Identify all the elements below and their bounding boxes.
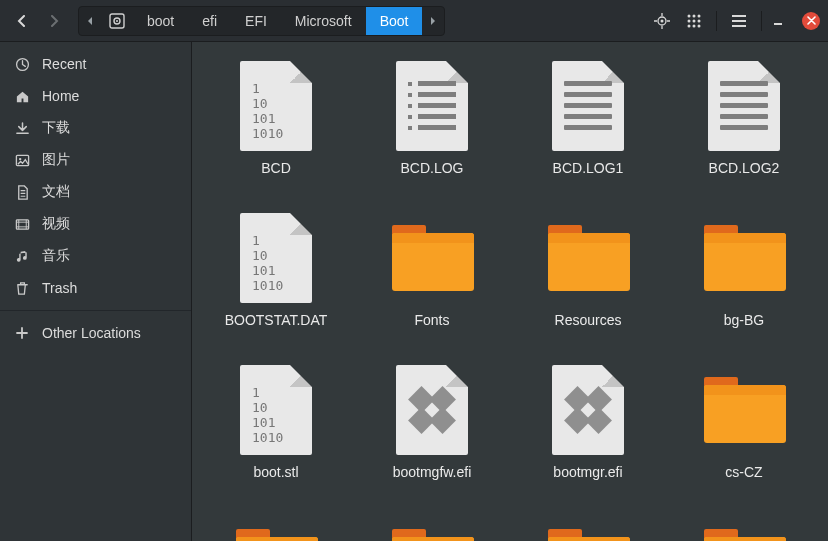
sidebar-item-label: Recent	[42, 56, 86, 72]
folder-icon	[392, 225, 472, 291]
file-thumbnail	[704, 364, 784, 456]
folder-icon	[548, 529, 628, 541]
sidebar-item-1[interactable]: Home	[0, 80, 191, 112]
breadcrumb-seg-0[interactable]: boot	[133, 7, 188, 35]
file-item[interactable]	[668, 512, 820, 541]
file-item[interactable]: BCD.LOG2	[668, 56, 820, 180]
trash-icon	[14, 281, 30, 296]
file-item[interactable]	[200, 512, 352, 541]
separator	[716, 11, 717, 31]
file-item[interactable]	[356, 512, 508, 541]
breadcrumb-disk[interactable]	[101, 7, 133, 35]
sidebar-other-locations[interactable]: Other Locations	[0, 317, 191, 349]
music-icon	[14, 249, 30, 264]
file-thumbnail: 1 10 101 1010	[236, 364, 316, 456]
view-grid-button[interactable]	[680, 7, 708, 35]
file-thumbnail	[548, 60, 628, 152]
sidebar-item-label: 图片	[42, 151, 70, 169]
folder-icon	[704, 225, 784, 291]
sidebar-item-6[interactable]: 音乐	[0, 240, 191, 272]
file-item[interactable]: Fonts	[356, 208, 508, 332]
hamburger-menu-button[interactable]	[725, 7, 753, 35]
sidebar-item-label: Other Locations	[42, 325, 141, 341]
file-thumbnail	[548, 516, 628, 541]
image-icon	[14, 153, 30, 168]
file-item[interactable]: 1 10 101 1010BOOTSTAT.DAT	[200, 208, 352, 332]
breadcrumb-scroll-left[interactable]	[79, 16, 101, 26]
svg-point-13	[698, 24, 701, 27]
file-item[interactable]: BCD.LOG	[356, 56, 508, 180]
minimize-icon	[773, 16, 783, 26]
breadcrumb-seg-3[interactable]: Microsoft	[281, 7, 366, 35]
nav-forward-button[interactable]	[40, 7, 68, 35]
file-thumbnail	[548, 364, 628, 456]
sidebar-item-0[interactable]: Recent	[0, 48, 191, 80]
file-item[interactable]: bootmgr.efi	[512, 360, 664, 484]
window-minimize-button[interactable]	[770, 16, 786, 26]
close-icon	[807, 16, 816, 25]
svg-point-6	[693, 14, 696, 17]
binary-file-icon: 1 10 101 1010	[240, 213, 312, 303]
folder-icon	[548, 225, 628, 291]
svg-point-10	[698, 19, 701, 22]
file-thumbnail	[704, 60, 784, 152]
text-file-icon	[552, 61, 624, 151]
binary-file-icon: 1 10 101 1010	[240, 61, 312, 151]
file-item[interactable]: cs-CZ	[668, 360, 820, 484]
chevron-left-icon	[16, 15, 28, 27]
window-close-button[interactable]	[802, 12, 820, 30]
grid-icon	[687, 14, 701, 28]
log-file-icon	[396, 61, 468, 151]
sidebar-item-2[interactable]: 下载	[0, 112, 191, 144]
locate-button[interactable]	[648, 7, 676, 35]
sidebar-item-5[interactable]: 视频	[0, 208, 191, 240]
folder-icon	[392, 529, 472, 541]
main-area: RecentHome下载图片文档视频音乐Trash Other Location…	[0, 42, 828, 541]
file-item[interactable]: 1 10 101 1010BCD	[200, 56, 352, 180]
sidebar-item-7[interactable]: Trash	[0, 272, 191, 304]
file-item[interactable]: 1 10 101 1010boot.stl	[200, 360, 352, 484]
file-item[interactable]: Resources	[512, 208, 664, 332]
folder-icon	[236, 529, 316, 541]
folder-icon	[704, 377, 784, 443]
file-thumbnail: 1 10 101 1010	[236, 60, 316, 152]
file-name-label: cs-CZ	[725, 464, 762, 480]
file-thumbnail	[704, 516, 784, 541]
breadcrumb-seg-2[interactable]: EFI	[231, 7, 281, 35]
file-name-label: bootmgfw.efi	[393, 464, 472, 480]
sidebar-item-label: 视频	[42, 215, 70, 233]
file-item[interactable]: BCD.LOG1	[512, 56, 664, 180]
file-view[interactable]: 1 10 101 1010BCDBCD.LOGBCD.LOG1BCD.LOG21…	[192, 42, 828, 541]
video-icon	[14, 217, 30, 232]
disk-icon	[109, 13, 125, 29]
file-name-label: boot.stl	[253, 464, 298, 480]
file-thumbnail	[392, 516, 472, 541]
file-thumbnail	[392, 60, 472, 152]
breadcrumb-seg-1[interactable]: efi	[188, 7, 231, 35]
sidebar-item-4[interactable]: 文档	[0, 176, 191, 208]
svg-point-7	[698, 14, 701, 17]
sidebar-item-3[interactable]: 图片	[0, 144, 191, 176]
file-name-label: Fonts	[414, 312, 449, 328]
hamburger-icon	[732, 15, 746, 27]
file-name-label: BCD.LOG	[400, 160, 463, 176]
file-name-label: bg-BG	[724, 312, 764, 328]
file-item[interactable]: bootmgfw.efi	[356, 360, 508, 484]
file-item[interactable]: bg-BG	[668, 208, 820, 332]
sidebar-item-label: Trash	[42, 280, 77, 296]
breadcrumb-scroll-right[interactable]	[422, 16, 444, 26]
file-name-label: BCD	[261, 160, 291, 176]
document-icon	[14, 185, 30, 200]
nav-back-button[interactable]	[8, 7, 36, 35]
file-name-label: bootmgr.efi	[553, 464, 622, 480]
file-name-label: BCD.LOG2	[709, 160, 780, 176]
file-item[interactable]	[512, 512, 664, 541]
svg-point-8	[688, 19, 691, 22]
sidebar-item-label: Home	[42, 88, 79, 104]
clock-icon	[14, 57, 30, 72]
headerbar: boot efi EFI Microsoft Boot	[0, 0, 828, 42]
file-name-label: Resources	[555, 312, 622, 328]
breadcrumb-seg-4[interactable]: Boot	[366, 7, 423, 35]
triangle-right-icon	[429, 16, 437, 26]
file-thumbnail	[548, 212, 628, 304]
